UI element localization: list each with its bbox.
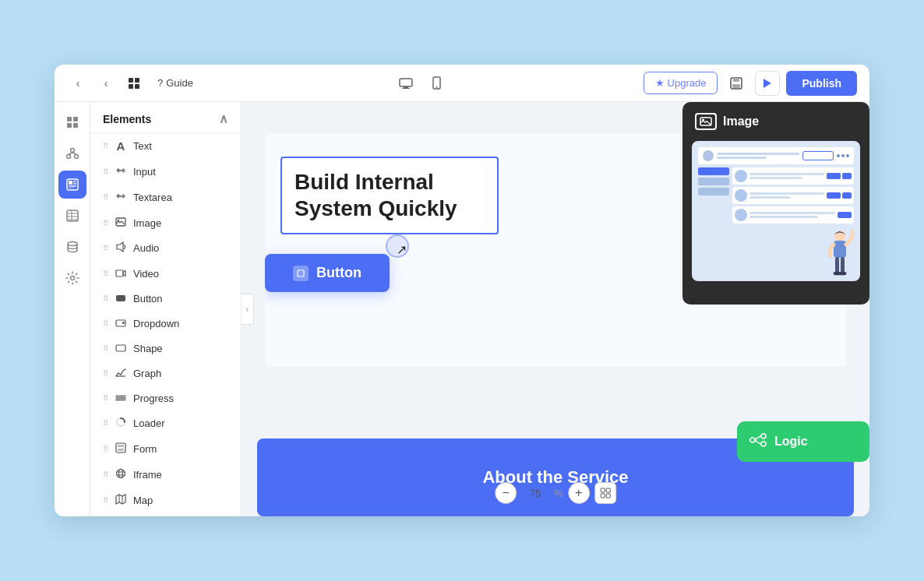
drag-handle: ⠿	[103, 445, 108, 453]
svg-point-52	[119, 470, 123, 478]
element-item-input[interactable]: ⠿ Input	[90, 159, 241, 185]
element-label-map: Map	[133, 495, 153, 506]
drag-handle: ⠿	[103, 419, 108, 428]
shape-icon	[115, 342, 127, 354]
device-switcher	[395, 72, 448, 94]
grid-toggle-button[interactable]	[594, 482, 616, 504]
publish-button[interactable]: Publish	[786, 71, 857, 96]
element-item-text[interactable]: ⠿ A Text	[90, 133, 241, 159]
svg-rect-74	[835, 257, 839, 273]
preview-button[interactable]	[755, 71, 780, 96]
element-item-dropdown[interactable]: ⠿ Dropdown	[90, 311, 241, 336]
svg-point-33	[70, 276, 74, 280]
svg-rect-25	[69, 185, 76, 187]
elements-panel: Elements ∧ ⠿ A Text ⠿	[90, 102, 242, 516]
guide-label: Guide	[166, 77, 193, 89]
zoom-in-button[interactable]: +	[568, 482, 590, 504]
form-icon	[115, 442, 127, 456]
sidebar-icon-active[interactable]	[58, 171, 86, 199]
element-item-loader[interactable]: ⠿ Loader	[90, 410, 241, 436]
element-label-loader: Loader	[133, 417, 164, 429]
svg-rect-48	[116, 443, 125, 452]
element-label-text: Text	[133, 140, 152, 152]
svg-marker-38	[117, 242, 123, 252]
element-label-iframe: Iframe	[133, 469, 162, 481]
image-icon	[115, 217, 127, 229]
drag-handle: ⠿	[103, 269, 108, 278]
button-element-icon	[293, 266, 309, 281]
drag-handle: ⠿	[103, 294, 108, 303]
element-item-audio[interactable]: ⠿ Audio	[90, 235, 241, 261]
element-item-subtitle[interactable]: ⠿ Subtitle	[90, 513, 241, 516]
image-panel-icon	[695, 113, 717, 130]
element-label-form: Form	[133, 443, 157, 455]
element-item-map[interactable]: ⠿ Map	[90, 488, 241, 513]
zoom-out-button[interactable]: −	[495, 482, 517, 504]
collapse-panel-button[interactable]: ›	[242, 294, 254, 325]
element-item-form[interactable]: ⠿ Form	[90, 436, 241, 462]
element-item-button[interactable]: ⠿ Button	[90, 286, 241, 311]
drag-handle: ⠿	[103, 319, 108, 328]
element-item-textarea[interactable]: ⠿ Textarea	[90, 185, 241, 210]
svg-point-18	[74, 155, 78, 159]
element-item-progress[interactable]: ⠿ Progress	[90, 386, 241, 410]
text-block[interactable]: Build Internal System Quickly	[280, 157, 499, 234]
grid-view-button[interactable]	[123, 72, 145, 94]
svg-point-16	[70, 149, 74, 153]
element-item-shape[interactable]: ⠿ Shape	[90, 336, 241, 361]
zoom-value: 75	[521, 488, 549, 499]
image-panel-header: Image	[682, 102, 869, 141]
canvas-area[interactable]: › Build Internal System Quickly ↗	[242, 102, 869, 516]
upgrade-button[interactable]: ★ Upgrade	[644, 72, 718, 94]
drag-handle: ⠿	[103, 369, 108, 378]
element-label-shape: Shape	[133, 343, 163, 354]
svg-line-84	[759, 436, 761, 437]
zoom-unit: %	[554, 488, 563, 499]
logic-panel: Logic	[737, 421, 869, 462]
loader-icon	[115, 417, 127, 430]
svg-rect-39	[116, 270, 123, 276]
desktop-button[interactable]	[395, 72, 417, 94]
back-button[interactable]: ‹	[67, 72, 89, 94]
svg-line-83	[755, 440, 759, 443]
svg-rect-69	[606, 494, 610, 498]
svg-rect-14	[67, 123, 72, 128]
element-item-image[interactable]: ⠿ Image	[90, 210, 241, 235]
svg-rect-66	[601, 488, 605, 492]
element-item-iframe[interactable]: ⠿ Iframe	[90, 462, 241, 488]
image-panel-title: Image	[723, 114, 759, 129]
element-label-video: Video	[133, 268, 159, 280]
upgrade-label: Upgrade	[668, 77, 707, 89]
forward-button[interactable]: ‹	[95, 72, 117, 94]
svg-rect-50	[118, 449, 124, 451]
save-button[interactable]	[724, 71, 749, 96]
sidebar-icon-settings[interactable]	[58, 264, 86, 292]
collapse-icon[interactable]: ∧	[219, 111, 228, 126]
svg-rect-10	[733, 78, 739, 82]
svg-rect-1	[135, 78, 139, 83]
sidebar-icon-table[interactable]	[58, 202, 86, 230]
textarea-icon	[115, 191, 127, 204]
svg-rect-23	[73, 181, 76, 182]
element-label-audio: Audio	[133, 242, 159, 254]
logic-panel-title: Logic	[774, 435, 808, 449]
element-item-video[interactable]: ⠿ Video	[90, 261, 241, 286]
dropdown-icon	[115, 317, 127, 329]
sidebar-icon-data[interactable]	[58, 233, 86, 261]
svg-rect-67	[606, 488, 610, 492]
svg-rect-13	[73, 117, 78, 121]
svg-rect-0	[129, 78, 133, 83]
cursor-indicator: ↗	[386, 234, 409, 258]
element-label-button: Button	[133, 293, 163, 305]
svg-rect-68	[601, 494, 605, 498]
drag-handle: ⠿	[103, 193, 108, 202]
guide-button[interactable]: ? Guide	[151, 74, 199, 92]
sidebar-icon-elements[interactable]	[58, 108, 86, 136]
svg-rect-15	[73, 123, 78, 128]
drag-handle: ⠿	[103, 394, 108, 403]
mobile-button[interactable]	[426, 72, 448, 94]
canvas-button-element[interactable]: Button	[265, 254, 390, 292]
circle-question-icon: ?	[157, 77, 163, 89]
element-item-graph[interactable]: ⠿ Graph	[90, 361, 241, 386]
sidebar-icon-layout[interactable]	[58, 139, 86, 167]
